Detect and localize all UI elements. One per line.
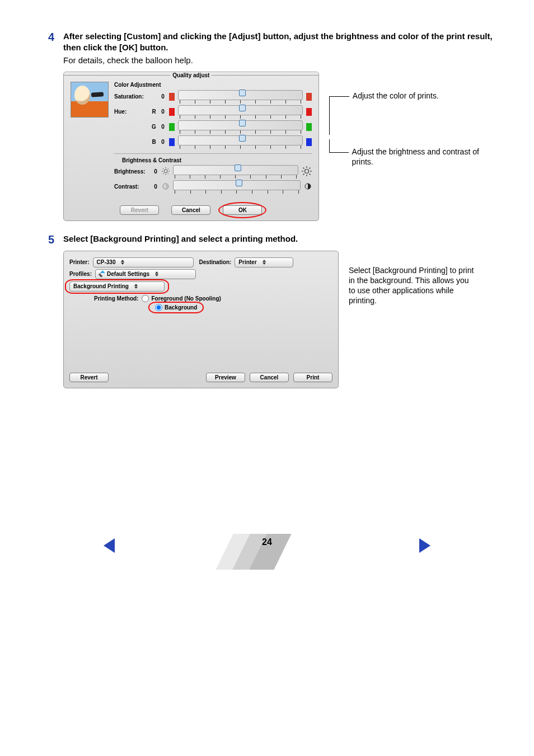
hue-r-row: Hue: R 0 bbox=[114, 105, 312, 119]
svg-line-17 bbox=[309, 167, 310, 168]
hue-r-value: 0 bbox=[160, 109, 166, 115]
destination-combo[interactable]: Printer bbox=[235, 257, 293, 267]
profiles-value: Default Settings bbox=[107, 271, 149, 277]
hue-r-swatch2-icon bbox=[306, 108, 312, 116]
hue-label: Hue: bbox=[114, 109, 148, 115]
quality-adjust-title: Quality adjust bbox=[170, 72, 212, 78]
hue-r-sub: R bbox=[151, 109, 157, 115]
hue-b-row: B 0 bbox=[114, 135, 312, 149]
hue-b-sub: B bbox=[151, 139, 157, 145]
contrast-value: 0 bbox=[153, 184, 158, 190]
svg-line-8 bbox=[168, 168, 169, 170]
panel-combo[interactable]: Background Printing bbox=[69, 281, 165, 292]
brightness-label: Brightness: bbox=[114, 168, 149, 175]
nav-prev-button[interactable] bbox=[104, 538, 115, 553]
hue-g-swatch-icon bbox=[169, 123, 175, 131]
print-dialog: Printer: CP-330 Destination: Printer Pro… bbox=[63, 251, 339, 388]
updown-arrow-icon bbox=[119, 259, 127, 266]
hue-b-swatch2-icon bbox=[306, 138, 312, 146]
pd-cancel-button[interactable]: Cancel bbox=[250, 373, 289, 382]
saturation-row: Saturation: 0 bbox=[114, 90, 312, 104]
brightness-row: Brightness: 0 bbox=[114, 165, 312, 179]
radio-foreground-label: Foreground (No Spooling) bbox=[151, 295, 221, 302]
radio-foreground-input[interactable] bbox=[142, 295, 149, 302]
brightness-value: 0 bbox=[153, 168, 158, 175]
saturation-swatch-high-icon bbox=[306, 93, 312, 101]
dialog1-annotations: Adjust the color of prints. Adjust the b… bbox=[329, 72, 498, 221]
saturation-label: Saturation: bbox=[114, 93, 148, 100]
quality-adjust-dialog: Quality adjust Color Adjustment Saturati… bbox=[63, 72, 319, 221]
triangle-right-icon bbox=[419, 538, 430, 553]
annotation-bg: Select [Background Printing] to print in… bbox=[349, 265, 477, 388]
printer-value: CP-330 bbox=[97, 259, 116, 265]
annotation-color: Adjust the color of prints. bbox=[353, 91, 439, 101]
contrast-row: Contrast: 0 bbox=[114, 180, 312, 194]
printing-method-label: Printing Method: bbox=[94, 295, 138, 302]
svg-line-16 bbox=[303, 173, 304, 175]
saturation-swatch-low-icon bbox=[169, 93, 175, 101]
svg-line-7 bbox=[163, 173, 164, 174]
step-5-instruction: Select [Background Printing] and select … bbox=[63, 233, 498, 245]
hue-g-sub: G bbox=[151, 124, 157, 130]
hue-b-swatch-icon bbox=[169, 138, 175, 146]
svg-line-5 bbox=[163, 168, 164, 170]
pd-preview-button[interactable]: Preview bbox=[206, 373, 245, 382]
step-4-instruction: After selecting [Custom] and clicking th… bbox=[63, 31, 498, 54]
pd-revert-button[interactable]: Revert bbox=[69, 373, 109, 382]
svg-line-15 bbox=[309, 173, 310, 175]
hue-g-row: G 0 bbox=[114, 120, 312, 134]
contrast-high-icon bbox=[304, 182, 312, 191]
step-4-number: 4 bbox=[36, 31, 63, 66]
triangle-left-icon bbox=[104, 538, 115, 553]
contrast-label: Contrast: bbox=[114, 184, 149, 190]
updown-arrow-icon bbox=[153, 271, 161, 278]
destination-value: Printer bbox=[238, 259, 256, 265]
brightness-contrast-header: Brightness & Contrast bbox=[122, 157, 312, 163]
brightness-high-icon bbox=[302, 166, 312, 177]
step-4: 4 After selecting [Custom] and clicking … bbox=[36, 31, 498, 66]
page-number: 24 bbox=[262, 537, 272, 547]
pd-print-button[interactable]: Print bbox=[293, 373, 332, 382]
hue-g-value: 0 bbox=[160, 124, 166, 130]
nav-next-button[interactable] bbox=[419, 538, 430, 553]
svg-line-14 bbox=[303, 167, 304, 168]
panel-value: Background Printing bbox=[73, 283, 129, 289]
hue-b-slider[interactable] bbox=[178, 135, 303, 145]
page-footer: 24 bbox=[36, 534, 498, 573]
wand-icon bbox=[99, 271, 105, 278]
radio-background-label: Background bbox=[165, 304, 197, 311]
printer-label: Printer: bbox=[69, 259, 90, 265]
preview-thumbnail bbox=[71, 82, 109, 118]
radio-foreground[interactable]: Foreground (No Spooling) bbox=[142, 295, 221, 302]
hue-g-swatch2-icon bbox=[306, 123, 312, 131]
hue-r-slider[interactable] bbox=[178, 105, 303, 115]
hue-g-slider[interactable] bbox=[178, 120, 303, 130]
radio-background-input[interactable] bbox=[155, 304, 162, 311]
color-adjustment-header: Color Adjustment bbox=[114, 82, 312, 88]
svg-point-9 bbox=[305, 169, 308, 173]
step-5-number: 5 bbox=[36, 233, 63, 246]
brightness-slider[interactable] bbox=[173, 165, 298, 175]
profiles-combo[interactable]: Default Settings bbox=[95, 269, 196, 279]
profiles-label: Profiles: bbox=[69, 271, 92, 277]
qa-ok-button[interactable]: OK bbox=[223, 205, 262, 215]
svg-line-6 bbox=[168, 173, 169, 174]
updown-arrow-icon bbox=[132, 283, 140, 290]
hue-b-value: 0 bbox=[160, 139, 166, 145]
brightness-low-icon bbox=[162, 167, 170, 176]
svg-point-0 bbox=[164, 170, 167, 173]
step-4-sub: For details, check the balloon help. bbox=[63, 55, 498, 66]
contrast-slider[interactable] bbox=[173, 180, 301, 190]
destination-label: Destination: bbox=[199, 259, 232, 265]
saturation-slider[interactable] bbox=[178, 90, 303, 100]
hue-r-swatch-icon bbox=[169, 108, 175, 116]
annotation-bc: Adjust the brightness and contrast of pr… bbox=[352, 147, 498, 167]
printer-combo[interactable]: CP-330 bbox=[93, 257, 194, 267]
qa-revert-button[interactable]: Revert bbox=[120, 205, 159, 215]
contrast-low-icon bbox=[162, 182, 170, 191]
qa-cancel-button[interactable]: Cancel bbox=[171, 205, 210, 215]
updown-arrow-icon bbox=[260, 259, 268, 266]
radio-background[interactable]: Background bbox=[155, 304, 197, 311]
saturation-value: 0 bbox=[160, 93, 166, 100]
